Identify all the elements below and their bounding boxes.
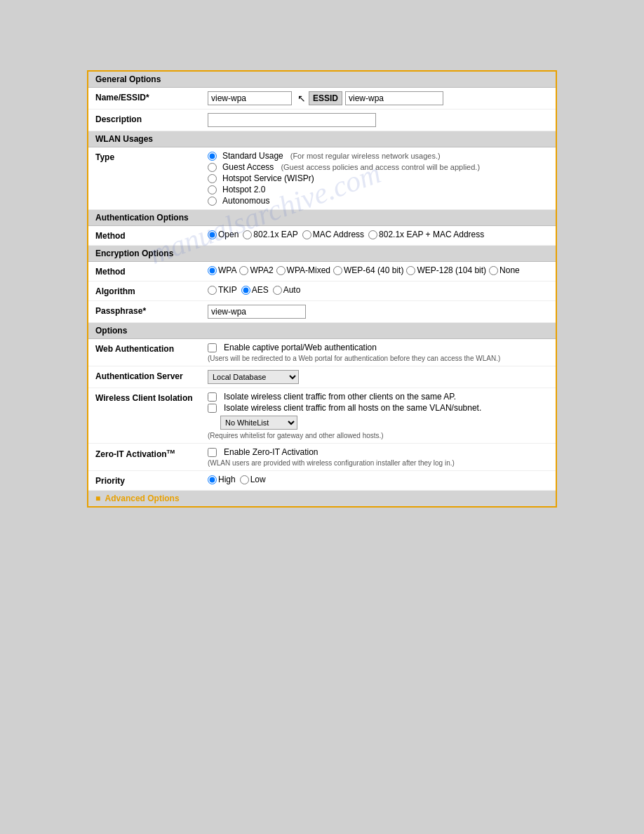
wireless-isolation-row: Wireless Client Isolation Isolate wirele… xyxy=(88,388,556,444)
web-auth-note: (Users will be redirected to a Web porta… xyxy=(208,355,549,362)
web-auth-value-cell: Enable captive portal/Web authentication… xyxy=(208,343,549,362)
plus-icon: ■ xyxy=(95,494,100,503)
description-input[interactable] xyxy=(208,113,376,127)
web-auth-checkbox-label: Enable captive portal/Web authentication xyxy=(224,343,377,352)
auth-radio-eap-mac[interactable] xyxy=(368,230,377,239)
type-label-standard: Standard Usage xyxy=(222,151,283,161)
whitelist-select[interactable]: No WhiteList xyxy=(220,416,297,430)
algo-label-aes: AES xyxy=(252,285,269,295)
priority-label-high: High xyxy=(218,475,236,484)
auth-radio-eap[interactable] xyxy=(243,230,252,239)
enc-label-wpa: WPA xyxy=(218,265,236,275)
priority-label-low: Low xyxy=(250,475,266,484)
enc-radio-wpa2[interactable] xyxy=(239,266,248,275)
passphrase-label: Passphrase* xyxy=(95,305,208,316)
algo-radio-auto[interactable] xyxy=(273,286,282,295)
auth-mac-option: MAC Address xyxy=(302,230,364,239)
algo-radio-tkip[interactable] xyxy=(208,286,217,295)
enc-radio-wpa[interactable] xyxy=(208,266,217,275)
isolation-checkbox-2[interactable] xyxy=(208,404,217,413)
auth-method-options: Open 802.1x EAP MAC Address 802.1x xyxy=(208,230,549,239)
wireless-isolation-value-cell: Isolate wireless client traffic from oth… xyxy=(208,392,549,439)
isolation-checkbox-1[interactable] xyxy=(208,392,217,402)
auth-options-header: Authentication Options xyxy=(88,210,556,226)
type-radio-guest[interactable] xyxy=(208,163,217,172)
auth-server-select[interactable]: Local Database xyxy=(208,370,299,384)
auth-server-value-cell: Local Database xyxy=(208,370,549,384)
type-label-hotspot: Hotspot Service (WISPr) xyxy=(222,173,314,183)
type-radio-standard[interactable] xyxy=(208,152,217,161)
auth-method-radio-group: Open 802.1x EAP MAC Address 802.1x xyxy=(208,230,549,239)
enc-wep64-option: WEP-64 (40 bit) xyxy=(333,265,403,275)
enc-method-row: Method WPA WPA2 WPA-Mixed xyxy=(88,262,556,282)
enc-radio-none[interactable] xyxy=(489,266,498,275)
priority-low-option: Low xyxy=(240,475,266,484)
enc-wep128-option: WEP-128 (104 bit) xyxy=(406,265,486,275)
type-option-0: Standard Usage (For most regular wireles… xyxy=(208,151,549,161)
name-essid-label: Name/ESSID* xyxy=(95,91,208,102)
type-option-1: Guest Access (Guest access policies and … xyxy=(208,162,549,172)
auth-server-row: Authentication Server Local Database xyxy=(88,366,556,388)
algorithm-label: Algorithm xyxy=(95,285,208,296)
isolation-label-2: Isolate wireless client traffic from all… xyxy=(224,403,481,413)
enc-radio-wep128[interactable] xyxy=(406,266,415,275)
whitelist-row: No WhiteList xyxy=(220,416,549,430)
algorithm-options: TKIP AES Auto xyxy=(208,285,549,295)
passphrase-input[interactable] xyxy=(208,305,306,319)
priority-options: High Low xyxy=(208,475,549,484)
zero-it-note: (WLAN users are provided with wireless c… xyxy=(208,459,549,467)
type-radio-autonomous[interactable] xyxy=(208,197,217,206)
auth-server-label: Authentication Server xyxy=(95,370,208,381)
enc-wpa-option: WPA xyxy=(208,265,236,275)
type-option-3: Hotspot 2.0 xyxy=(208,185,549,194)
name-input[interactable] xyxy=(208,91,292,105)
type-label-guest: Guest Access xyxy=(222,162,274,172)
zero-it-checkbox[interactable] xyxy=(208,448,217,457)
enc-radio-wpamixed[interactable] xyxy=(276,266,286,275)
type-note-guest: (Guest access policies and access contro… xyxy=(281,163,480,171)
priority-high-option: High xyxy=(208,475,236,484)
type-option-4: Autonomous xyxy=(208,196,549,206)
auth-label-open: Open xyxy=(218,230,239,239)
type-radio-hotspot2[interactable] xyxy=(208,185,217,194)
auth-radio-open[interactable] xyxy=(208,230,217,239)
enc-radio-wep64[interactable] xyxy=(333,266,342,275)
priority-radio-low[interactable] xyxy=(240,475,249,484)
enc-none-option: None xyxy=(489,265,520,275)
zero-it-label: Zero-IT ActivationTM xyxy=(95,447,208,459)
algo-label-auto: Auto xyxy=(283,285,301,295)
essid-group: ↖ ESSID xyxy=(208,91,549,105)
type-note-standard: (For most regular wireless network usage… xyxy=(290,152,441,160)
web-auth-checkbox-row: Enable captive portal/Web authentication xyxy=(208,343,549,352)
type-row: Type Standard Usage (For most regular wi… xyxy=(88,147,556,210)
isolation-option1-row: Isolate wireless client traffic from oth… xyxy=(208,392,549,402)
auth-open-option: Open xyxy=(208,230,239,239)
auth-eap-option: 802.1x EAP xyxy=(243,230,297,239)
web-auth-checkbox[interactable] xyxy=(208,343,217,352)
priority-row: Priority High Low xyxy=(88,471,556,491)
enc-label-wep64: WEP-64 (40 bit) xyxy=(344,265,403,275)
advanced-options-link[interactable]: Advanced Options xyxy=(105,494,180,503)
algorithm-row: Algorithm TKIP AES Auto xyxy=(88,282,556,301)
priority-radio-high[interactable] xyxy=(208,475,217,484)
auth-label-eap: 802.1x EAP xyxy=(253,230,297,239)
auth-eap-mac-option: 802.1x EAP + MAC Address xyxy=(368,230,484,239)
auth-radio-mac[interactable] xyxy=(302,230,311,239)
essid-input[interactable] xyxy=(345,91,443,105)
auth-method-row: Method Open 802.1x EAP MAC A xyxy=(88,226,556,246)
form-container: General Options Name/ESSID* ↖ ESSID Desc… xyxy=(87,70,557,508)
cursor-icon: ↖ xyxy=(297,93,306,104)
enc-method-radio-group: WPA WPA2 WPA-Mixed WEP-64 (40 bit) xyxy=(208,265,549,275)
isolation-label-1: Isolate wireless client traffic from oth… xyxy=(224,392,456,402)
algo-radio-aes[interactable] xyxy=(241,286,250,295)
enc-wpamixed-option: WPA-Mixed xyxy=(276,265,330,275)
algo-label-tkip: TKIP xyxy=(218,285,237,295)
algo-aes-option: AES xyxy=(241,285,269,295)
passphrase-value-cell xyxy=(208,305,549,319)
zero-it-checkbox-row: Enable Zero-IT Activation xyxy=(208,447,549,457)
options-header: Options xyxy=(88,323,556,339)
enc-method-options: WPA WPA2 WPA-Mixed WEP-64 (40 bit) xyxy=(208,265,549,275)
whitelist-note: (Requires whitelist for gateway and othe… xyxy=(208,432,549,439)
type-options-cell: Standard Usage (For most regular wireles… xyxy=(208,151,549,206)
type-radio-hotspot[interactable] xyxy=(208,174,217,183)
